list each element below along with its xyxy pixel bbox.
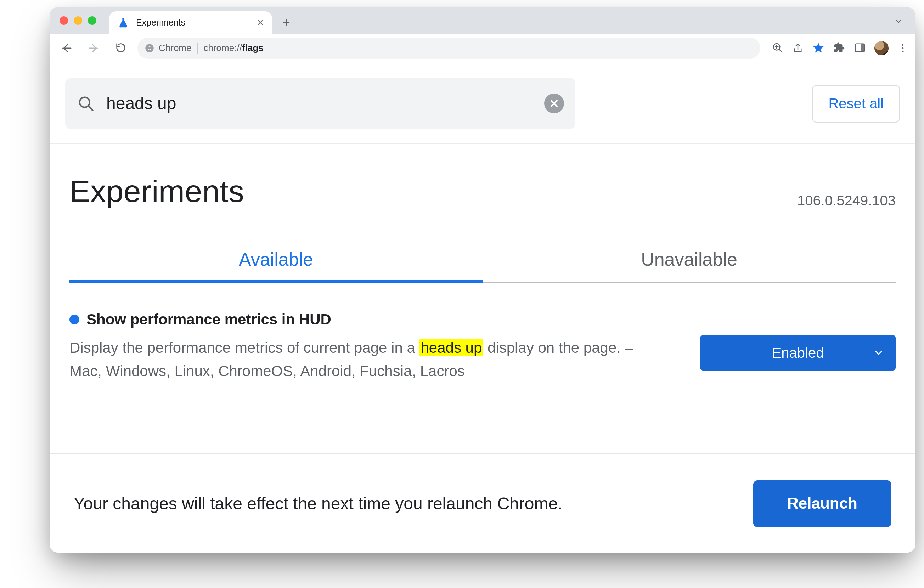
flag-state-select[interactable]: Enabled xyxy=(700,335,896,371)
page-content: Reset all Experiments 106.0.5249.103 Ava… xyxy=(50,63,916,553)
flag-row: Show performance metrics in HUD Display … xyxy=(50,283,916,402)
svg-point-9 xyxy=(80,97,90,107)
profile-avatar-icon[interactable] xyxy=(874,41,889,55)
browser-window: Experiments × xyxy=(50,7,916,553)
flag-info: Show performance metrics in HUD Display … xyxy=(69,311,672,382)
window-minimize-dot[interactable] xyxy=(74,16,82,25)
reload-button[interactable] xyxy=(111,38,130,58)
chrome-logo-icon xyxy=(145,43,155,53)
flask-icon xyxy=(118,17,129,28)
tab-overflow-icon[interactable] xyxy=(889,12,908,31)
tab-unavailable[interactable]: Unavailable xyxy=(483,242,896,282)
kebab-menu-icon[interactable] xyxy=(897,42,908,53)
share-icon[interactable] xyxy=(792,42,804,53)
tab-available[interactable]: Available xyxy=(69,242,483,282)
address-text: chrome://flags xyxy=(204,43,264,53)
flag-title-text: Show performance metrics in HUD xyxy=(86,311,331,328)
svg-point-7 xyxy=(902,47,904,49)
window-controls xyxy=(57,7,101,34)
heading-row: Experiments 106.0.5249.103 xyxy=(50,144,916,209)
search-row: Reset all xyxy=(50,63,916,144)
browser-tab-experiments[interactable]: Experiments × xyxy=(109,12,272,34)
clear-search-button[interactable] xyxy=(544,94,564,114)
tab-strip: Experiments × xyxy=(50,7,916,34)
relaunch-bar: Your changes will take effect the next t… xyxy=(50,453,916,553)
new-tab-button[interactable] xyxy=(276,13,296,33)
relaunch-button[interactable]: Relaunch xyxy=(753,480,891,527)
flags-tabs: Available Unavailable xyxy=(69,242,896,283)
modified-dot-icon xyxy=(69,315,79,324)
browser-toolbar: Chrome chrome://flags xyxy=(50,34,916,63)
address-bar[interactable]: Chrome chrome://flags xyxy=(137,37,760,58)
back-button[interactable] xyxy=(57,38,76,58)
site-chip: Chrome xyxy=(145,43,192,53)
flags-search-input[interactable] xyxy=(105,93,534,114)
close-icon[interactable]: × xyxy=(257,17,264,28)
flag-description: Display the performance metrics of curre… xyxy=(69,336,650,382)
zoom-icon[interactable] xyxy=(772,42,784,54)
forward-button[interactable] xyxy=(84,38,104,58)
address-prefix: Chrome xyxy=(159,43,192,53)
reset-all-button[interactable]: Reset all xyxy=(812,85,900,122)
flag-state-value: Enabled xyxy=(772,345,824,361)
svg-point-8 xyxy=(902,50,904,52)
address-scheme: chrome:// xyxy=(204,43,242,53)
toolbar-actions xyxy=(772,41,908,55)
search-icon xyxy=(76,94,95,113)
side-panel-icon[interactable] xyxy=(854,42,866,54)
address-divider xyxy=(197,42,198,53)
chevron-down-icon xyxy=(873,347,884,359)
address-path: flags xyxy=(242,43,264,53)
flag-title: Show performance metrics in HUD xyxy=(69,311,672,328)
chrome-version: 106.0.5249.103 xyxy=(797,193,896,209)
tab-title: Experiments xyxy=(136,18,185,28)
flags-search-box[interactable] xyxy=(65,78,575,129)
svg-rect-5 xyxy=(861,44,865,52)
page-title: Experiments xyxy=(69,174,244,209)
svg-point-6 xyxy=(902,44,904,45)
window-close-dot[interactable] xyxy=(59,16,68,25)
window-zoom-dot[interactable] xyxy=(88,16,96,25)
bookmark-star-icon[interactable] xyxy=(812,41,825,54)
search-highlight: heads up xyxy=(419,339,483,356)
svg-point-2 xyxy=(148,46,150,49)
extensions-icon[interactable] xyxy=(833,42,845,54)
flag-desc-before: Display the performance metrics of curre… xyxy=(69,339,419,356)
relaunch-message: Your changes will take effect the next t… xyxy=(74,493,562,513)
